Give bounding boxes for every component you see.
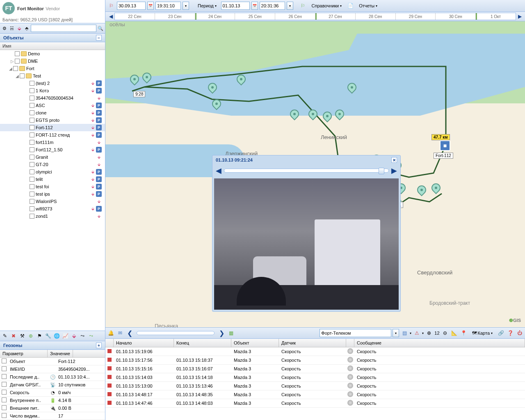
- checkbox[interactable]: [30, 118, 34, 123]
- map-type-button[interactable]: 🗺 Карта ▾: [469, 329, 495, 337]
- forward-icon[interactable]: ❯: [217, 329, 226, 337]
- timeline-day[interactable]: 30 Сен: [436, 13, 476, 20]
- checkbox[interactable]: [15, 59, 20, 64]
- checkbox[interactable]: [30, 199, 34, 204]
- tree-item[interactable]: olympici⬙P: [0, 168, 105, 176]
- checkbox[interactable]: [30, 169, 34, 174]
- objects-tree[interactable]: Demo▷DME◢Fort◢Test(test) 2⬙P1 Котэ⬙P3544…: [0, 50, 105, 331]
- checkbox[interactable]: [15, 51, 20, 56]
- poi-marker[interactable]: [290, 110, 299, 121]
- time-to-dd[interactable]: ▾: [287, 2, 293, 10]
- timeline-prev-icon[interactable]: ◀: [107, 13, 114, 20]
- help-icon[interactable]: ❓: [506, 329, 514, 337]
- track-icon[interactable]: ⬙: [70, 332, 78, 340]
- tree-item[interactable]: fort111m⬙: [0, 139, 105, 146]
- poi-marker[interactable]: [347, 83, 356, 94]
- checkbox[interactable]: [2, 397, 7, 402]
- tree-item[interactable]: clone⬙P: [0, 109, 105, 116]
- checkbox[interactable]: [2, 374, 7, 379]
- tree-item[interactable]: Fort112_1.50⬙P: [0, 146, 105, 153]
- checkbox[interactable]: [30, 88, 34, 93]
- tree-item[interactable]: FORT-112 стенд⬙P: [0, 131, 105, 139]
- poi-marker[interactable]: [431, 183, 441, 195]
- time-from-dd[interactable]: ▾: [183, 2, 189, 10]
- tree-item[interactable]: 354476050004534⬙: [0, 94, 105, 102]
- mail-icon[interactable]: ✉: [116, 329, 124, 337]
- poi-marker[interactable]: [208, 83, 217, 94]
- checkbox[interactable]: [2, 405, 7, 410]
- event-row[interactable]: 01.10.13 15:17:5601.10.13 15:18:37Mazda …: [105, 356, 525, 365]
- link-icon[interactable]: 🔗: [497, 329, 505, 337]
- tree-item[interactable]: GT-20⬙: [0, 161, 105, 168]
- tree-item[interactable]: Demo: [0, 50, 105, 57]
- checkbox[interactable]: [30, 110, 34, 115]
- checkbox[interactable]: [2, 366, 7, 371]
- expand-geozones-button[interactable]: +: [96, 342, 102, 348]
- event-row[interactable]: 01.10.13 15:19:06Mazda 3СкоростьСкорость: [105, 347, 525, 356]
- zoom-out-icon[interactable]: ⊖: [441, 329, 449, 337]
- checkbox[interactable]: [30, 81, 34, 86]
- checkbox[interactable]: [30, 162, 34, 167]
- timeline-day[interactable]: 29 Сен: [396, 13, 436, 20]
- timeline-day[interactable]: 24 Сен: [195, 13, 235, 20]
- photo-next-icon[interactable]: ▶: [391, 166, 397, 175]
- date-from-input[interactable]: [117, 2, 146, 10]
- conn2-icon[interactable]: ⬘: [23, 25, 30, 32]
- timeline-day[interactable]: 25 Сен: [235, 13, 275, 20]
- tree-item[interactable]: EGTS proto⬙P: [0, 116, 105, 124]
- checkbox[interactable]: [30, 103, 34, 108]
- event-row[interactable]: 01.10.13 15:14:0301.10.13 15:14:18Mazda …: [105, 373, 525, 382]
- poi-marker[interactable]: [237, 75, 246, 86]
- event-row[interactable]: 01.10.13 14:47:4601.10.13 14:48:03Mazda …: [105, 399, 525, 408]
- photo-slider[interactable]: [224, 169, 389, 173]
- checkbox[interactable]: [30, 125, 34, 130]
- flag-icon[interactable]: ⚑: [36, 332, 43, 340]
- checkbox[interactable]: [2, 382, 7, 387]
- time-from-input[interactable]: [155, 2, 181, 10]
- chart-icon[interactable]: 📈: [62, 332, 69, 340]
- tree-item[interactable]: zond1⬙: [0, 212, 105, 220]
- period-button[interactable]: Период ▾: [195, 2, 219, 10]
- tree-item[interactable]: test ips⬙P: [0, 190, 105, 198]
- poi-marker[interactable]: [417, 185, 426, 197]
- event-row[interactable]: 01.10.13 15:13:0001.10.13 15:13:46Mazda …: [105, 382, 525, 390]
- checkbox[interactable]: [13, 66, 18, 71]
- close-icon[interactable]: ✕: [391, 157, 397, 163]
- tree-item[interactable]: telit⬙P: [0, 176, 105, 183]
- tree-item[interactable]: ▷DME: [0, 57, 105, 65]
- power-icon[interactable]: ⏻: [516, 329, 524, 337]
- tree-item[interactable]: Fort-112⬙P: [0, 124, 105, 131]
- timeline-day[interactable]: 28 Сен: [356, 13, 396, 20]
- wrench-icon[interactable]: 🔧: [44, 332, 52, 340]
- red-flag-icon[interactable]: ⚐: [107, 2, 115, 10]
- tree-item[interactable]: wifi9273⬙P: [0, 205, 105, 212]
- timeline-day[interactable]: 23 Сен: [155, 13, 195, 20]
- timeline-day[interactable]: 1 Окт: [476, 13, 516, 20]
- checkbox[interactable]: [20, 73, 25, 78]
- event-row[interactable]: 01.10.13 14:48:1701.10.13 14:48:35Mazda …: [105, 390, 525, 399]
- rewind-icon[interactable]: ❮: [126, 329, 134, 337]
- ruler-icon[interactable]: 📐: [450, 329, 459, 337]
- vehicle-marker[interactable]: ■: [440, 140, 450, 151]
- search-input[interactable]: [31, 25, 96, 32]
- checkbox[interactable]: [2, 413, 7, 418]
- poi-marker[interactable]: [308, 110, 317, 121]
- tool-icon[interactable]: ⚒: [18, 332, 26, 340]
- layers-icon[interactable]: ▤: [400, 329, 409, 337]
- tree-item[interactable]: (test) 2⬙P: [0, 80, 105, 87]
- checkbox[interactable]: [30, 192, 34, 196]
- checkbox[interactable]: [30, 132, 34, 137]
- poi-marker[interactable]: [142, 73, 151, 84]
- tree-item[interactable]: WialonIPS⬙: [0, 198, 105, 205]
- checkbox[interactable]: [30, 214, 34, 219]
- expand-icon[interactable]: ☵: [9, 25, 15, 32]
- playback-slider[interactable]: [137, 331, 215, 335]
- checkbox[interactable]: [2, 390, 7, 395]
- tree-item[interactable]: Granit⬙: [0, 153, 105, 161]
- company-dd[interactable]: ▾: [393, 329, 399, 337]
- timeline-day[interactable]: 22 Сен: [115, 13, 155, 20]
- checkbox[interactable]: [30, 184, 34, 189]
- event-row[interactable]: 01.10.13 15:15:1601.10.13 15:16:07Mazda …: [105, 365, 525, 373]
- timeline-day[interactable]: 26 Сен: [275, 13, 315, 20]
- reports-button[interactable]: Отчеты ▾: [356, 2, 380, 10]
